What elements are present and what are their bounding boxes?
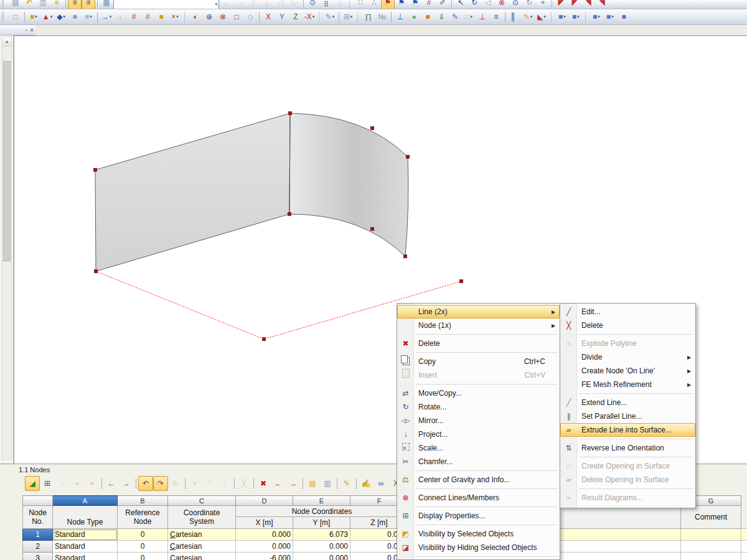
counter-b-icon[interactable]: ⣿ (333, 0, 347, 9)
panel-scrollbar[interactable]: ▲ (2, 37, 12, 460)
cell-reference-node[interactable]: 0 (118, 529, 168, 541)
viewport-4-icon[interactable]: ■▾ (603, 10, 617, 24)
menu-item-visibility-by-selected-objects[interactable]: ◩Visibility by Selected Objects (397, 527, 560, 541)
new-member-icon[interactable]: ◆▾ (54, 10, 68, 24)
column-letter-E[interactable]: E (293, 496, 350, 506)
delete-col-left-icon[interactable]: ← (271, 476, 286, 491)
show-loads-icon[interactable]: ⇓ (435, 10, 448, 24)
menu-item-create-node-on-line[interactable]: Create Node 'On Line'▶ (560, 364, 695, 378)
cell-edge[interactable] (741, 541, 747, 553)
show-solids-icon[interactable]: ■ (421, 10, 435, 24)
next-table-icon[interactable]: → (119, 476, 134, 491)
new-load-b-icon[interactable]: # (141, 10, 154, 24)
new-solid-icon[interactable]: ■▾ (82, 10, 95, 24)
column-letter-C[interactable]: C (168, 496, 236, 506)
rotate-view-icon[interactable]: ↻ (467, 0, 481, 9)
refresh-icon[interactable]: ↻ (168, 476, 183, 491)
level-up-icon[interactable]: ⊤ (247, 0, 260, 9)
menu-item-connect-lines-members[interactable]: ⊗Connect Lines/Members (397, 491, 560, 505)
new-line-icon[interactable]: ▲▾ (40, 10, 54, 24)
viewport-3-icon[interactable]: ■▾ (590, 10, 603, 24)
chevron-down-icon[interactable]: ▾ (598, 11, 600, 23)
chevron-down-icon[interactable]: ▾ (176, 11, 179, 23)
work-plane-xz-icon[interactable]: ⚑ (408, 0, 422, 9)
structure-node[interactable] (371, 127, 374, 130)
render-mode-icon[interactable]: ◐ (189, 10, 202, 24)
reading-mode-icon[interactable]: ∞ (374, 476, 388, 491)
search-icon[interactable]: ⊙ (306, 0, 319, 9)
flat-wall-surface[interactable] (95, 113, 290, 271)
snap-settings-icon[interactable]: ✐ (436, 0, 449, 9)
work-plane-yz-icon[interactable]: ⚑ (395, 0, 408, 9)
cell-reference-node[interactable]: 0 (118, 541, 168, 553)
scroll-up-icon[interactable]: ▲ (2, 37, 11, 47)
counter-a-icon[interactable]: ⣿ (319, 0, 333, 9)
chevron-down-icon[interactable]: ▾ (90, 11, 92, 23)
zoom-window-icon[interactable]: ⊕ (202, 10, 216, 24)
menu-item-delete-opening-in-surface[interactable]: ▰Delete Opening in Surface (560, 473, 695, 487)
new-node-icon[interactable]: ■▾ (27, 10, 40, 24)
column-letter-D[interactable]: D (236, 496, 293, 506)
load-case-first-icon[interactable]: ◤ (554, 0, 568, 9)
options-icon[interactable]: ▤ (9, 0, 22, 9)
cell-y[interactable]: 6.073 (293, 529, 350, 541)
redo-icon[interactable]: ↷ (153, 476, 168, 491)
cell-node-type[interactable]: Standard (53, 541, 118, 553)
structure-node[interactable] (289, 112, 292, 115)
cell-comment[interactable] (681, 553, 741, 560)
menu-item-node-1x[interactable]: Node (1x)▶ (397, 319, 560, 332)
chevron-down-icon[interactable]: ▾ (110, 11, 112, 23)
undo-icon[interactable]: ↶ (138, 476, 153, 491)
note-icon[interactable]: ■ (50, 0, 63, 9)
work-plane-xy-icon[interactable]: ⚑ (381, 0, 395, 9)
chevron-down-icon[interactable]: ▾ (563, 11, 566, 23)
apply-filter-icon[interactable]: ◢ (25, 476, 40, 491)
scroll-thumb[interactable] (3, 61, 11, 261)
select-window-icon[interactable]: □ (9, 10, 22, 24)
menu-item-result-diagrams[interactable]: ≈Result Diagrams... (560, 491, 695, 505)
show-results-icon[interactable]: ⊥ (476, 10, 489, 24)
edit-wave-icon[interactable]: ≈ (85, 476, 100, 491)
chevron-down-icon[interactable]: ▾ (63, 11, 65, 23)
menu-item-extrude-line-into-surface[interactable]: ▰Extrude Line into Surface... (560, 423, 695, 437)
plane-prev-icon[interactable]: ◁ (274, 0, 288, 9)
snap-grid-icon[interactable]: ∷ (354, 0, 367, 9)
intersect-icon[interactable]: ⊗ (495, 0, 509, 9)
cell-x[interactable]: -6.000 (236, 553, 293, 560)
view-minus-x-icon[interactable]: -X▾ (303, 10, 316, 24)
chevron-down-icon[interactable]: ▾ (215, 2, 217, 7)
cell-edge[interactable] (741, 529, 747, 541)
column-letter-A[interactable]: A (53, 496, 118, 506)
row-number[interactable]: 3 (23, 553, 53, 560)
cell-edge[interactable] (741, 553, 747, 560)
select-pointer-icon[interactable]: ↖ (454, 0, 467, 9)
chevron-down-icon[interactable]: ▾ (471, 11, 473, 23)
new-surface-icon[interactable]: ■ (68, 10, 82, 24)
section-plane-icon[interactable]: ✎ (448, 10, 462, 24)
special-paste-icon[interactable]: * (202, 476, 217, 491)
new-view-icon[interactable]: ✎▾ (521, 10, 535, 24)
structure-node[interactable] (404, 255, 407, 258)
menu-item-divide[interactable]: Divide▶ (560, 350, 695, 364)
new-support-icon[interactable]: →▾ (100, 10, 113, 24)
chevron-down-icon[interactable]: ▾ (530, 11, 533, 23)
load-case-next-icon[interactable]: ◥ (581, 0, 595, 9)
viewport-2-icon[interactable]: ■▾ (569, 10, 583, 24)
chevron-down-icon[interactable]: ▾ (350, 11, 353, 23)
cell-y[interactable]: 0.000 (293, 553, 350, 560)
pin-icon[interactable]: ▫ (26, 27, 28, 34)
table-row[interactable]: 1Standard0Cartesian0.0006.0730.000 (23, 529, 747, 541)
menu-item-line-2x[interactable]: Line (2x)▶ (397, 305, 560, 319)
view-transparent-icon[interactable]: ◇ (243, 10, 257, 24)
nav-back-icon[interactable]: ← (219, 0, 233, 9)
show-structure-icon[interactable]: ∏ (362, 10, 375, 24)
control-panel-icon[interactable]: ▌ (507, 10, 521, 24)
delete-rows-icon[interactable]: ✖ (256, 476, 271, 491)
menu-item-insert[interactable]: InsertCtrl+V (397, 368, 560, 382)
zoom-out-icon[interactable]: ⊗ (216, 10, 230, 24)
chevron-down-icon[interactable]: ▾ (611, 11, 614, 23)
view-y-icon[interactable]: Y (275, 10, 289, 24)
nav-forward-icon[interactable]: → (233, 0, 247, 9)
structure-node[interactable] (263, 338, 266, 341)
menu-item-fe-mesh-refinement[interactable]: FE Mesh Refinement▶ (560, 378, 695, 391)
